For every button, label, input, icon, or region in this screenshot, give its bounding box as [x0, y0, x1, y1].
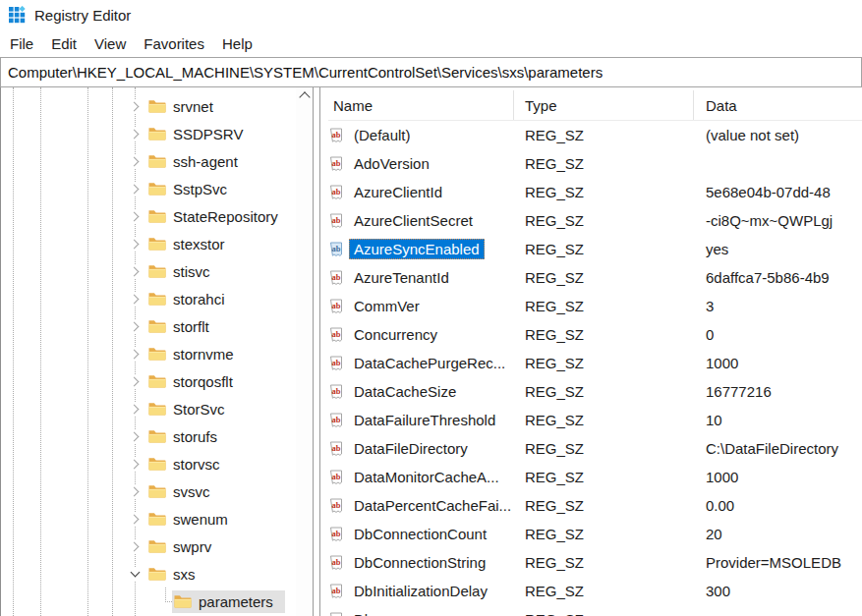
svg-text:ab: ab [332, 414, 341, 423]
string-value-icon: ab [328, 527, 344, 542]
registry-value-row-adoversion[interactable]: ab ab AdoVersion REG_SZ [328, 149, 862, 178]
column-header-data[interactable]: Data [694, 90, 862, 120]
tree-item-stexstor[interactable]: stexstor [1, 230, 296, 257]
folder-icon [148, 429, 166, 443]
tree-item-label: storahci [173, 291, 225, 308]
string-value-icon: ab [328, 299, 344, 314]
expand-chevron-icon[interactable] [129, 374, 142, 389]
tree-item-stisvc[interactable]: stisvc [1, 257, 296, 285]
expand-chevron-icon[interactable] [129, 484, 142, 499]
expand-chevron-icon[interactable] [129, 512, 142, 527]
tree-item-stornvme[interactable]: stornvme [1, 340, 296, 367]
value-name-cell: ab ab DbConnectionString [328, 552, 514, 573]
column-header-type[interactable]: Type [514, 90, 694, 120]
expand-chevron-icon[interactable] [129, 402, 142, 417]
tree-item-storahci[interactable]: storahci [1, 285, 296, 312]
tree-item-label: SstpSvc [173, 181, 227, 197]
svg-text:ab: ab [332, 471, 341, 480]
tree-item-svsvc[interactable]: svsvc [1, 477, 296, 505]
registry-value-row-datamonitorcachea-[interactable]: ab ab DataMonitorCacheA... REG_SZ 1000 [328, 463, 862, 491]
value-type: REG_SZ [514, 469, 694, 485]
tree-node: storvsc [146, 453, 232, 476]
registry-editor-window: Registry Editor FileEditViewFavoritesHel… [0, 0, 862, 616]
registry-value-row-azureclientsecret[interactable]: ab ab AzureClientSecret REG_SZ -ci8Q~mx~… [328, 206, 862, 235]
value-data: Provider=MSOLEDB [694, 554, 862, 571]
registry-value-row-dbinitializationdelay[interactable]: ab ab DbInitializationDelay REG_SZ 300 [328, 577, 862, 605]
value-name-cell: ab ab Concurrency [328, 324, 514, 345]
registry-values-pane: Name Type Data ab ab (Default) REG_SZ (v… [319, 87, 862, 616]
tree-item-parameters[interactable]: parameters [1, 588, 296, 615]
folder-icon [148, 237, 166, 251]
expand-chevron-icon[interactable] [129, 429, 142, 444]
registry-value-row-datacachesize[interactable]: ab ab DataCacheSize REG_SZ 16777216 [328, 377, 862, 406]
value-data: 0 [694, 326, 862, 343]
tree-item-label: svsvc [173, 483, 210, 500]
expand-chevron-icon[interactable] [129, 182, 142, 196]
tree-scrollbar[interactable] [296, 87, 313, 616]
expand-chevron-icon[interactable] [129, 539, 142, 554]
tree-item-StateRepository[interactable]: StateRepository [1, 202, 296, 230]
registry-value-row-azuretenantid[interactable]: ab ab AzureTenantId REG_SZ 6daffca7-5b86… [328, 263, 862, 292]
registry-value-row-concurrency[interactable]: ab ab Concurrency REG_SZ 0 [328, 320, 862, 349]
value-type: REG_SZ [514, 583, 694, 599]
expand-chevron-icon[interactable] [129, 237, 142, 252]
value-name-cell: ab ab DataCachePurgeRec... [328, 353, 514, 373]
registry-value-row-datafailurethreshold[interactable]: ab ab DataFailureThreshold REG_SZ 10 [328, 406, 862, 434]
expand-chevron-icon[interactable] [129, 209, 142, 224]
menu-edit[interactable]: Edit [42, 31, 86, 56]
expand-chevron-icon[interactable] [129, 457, 142, 472]
expand-chevron-icon[interactable] [129, 264, 142, 279]
value-type: REG_SZ [514, 212, 694, 229]
tree-item-storqosflt[interactable]: storqosflt [1, 367, 296, 395]
window-title: Registry Editor [34, 7, 131, 24]
tree-item-sxs[interactable]: sxs [1, 560, 296, 588]
registry-value-row-datacachepurgerec-[interactable]: ab ab DataCachePurgeRec... REG_SZ 1000 [328, 349, 862, 377]
expand-chevron-icon[interactable] [129, 319, 142, 334]
registry-value-row-dbconnectionstring[interactable]: ab ab DbConnectionString REG_SZ Provider… [328, 548, 862, 577]
tree-items: srvnet SSDPSRV ssh-agent [1, 92, 296, 615]
address-input[interactable] [1, 58, 861, 86]
expand-chevron-icon[interactable] [129, 567, 142, 582]
value-data: 6daffca7-5b86-4b9 [694, 269, 862, 286]
scroll-up-button[interactable] [296, 87, 313, 104]
value-type: REG_SZ [514, 269, 694, 286]
registry-value-row-azuresyncenabled[interactable]: ab ab AzureSyncEnabled REG_SZ yes [328, 235, 862, 263]
column-header-name[interactable]: Name [328, 90, 514, 120]
tree-item-SstpSvc[interactable]: SstpSvc [1, 175, 296, 202]
expand-chevron-icon[interactable] [129, 127, 142, 141]
expand-chevron-icon[interactable] [129, 292, 142, 307]
tree-item-srvnet[interactable]: srvnet [1, 92, 296, 120]
expand-chevron-icon[interactable] [129, 99, 142, 114]
tree-item-storvsc[interactable]: storvsc [1, 450, 296, 477]
registry-value-row-dbconnectioncount[interactable]: ab ab DbConnectionCount REG_SZ 20 [328, 520, 862, 548]
value-data: yes [694, 241, 862, 257]
value-data: 16777216 [694, 383, 862, 400]
registry-value-row-commver[interactable]: ab ab CommVer REG_SZ 3 [328, 292, 862, 320]
tree-item-swprv[interactable]: swprv [1, 532, 296, 560]
menu-favorites[interactable]: Favorites [135, 31, 213, 56]
registry-value-row-db[interactable]: ab ab Db REG_SZ [328, 605, 862, 616]
menu-help[interactable]: Help [213, 31, 261, 56]
registry-value-row-datafiledirectory[interactable]: ab ab DataFileDirectory REG_SZ C:\DataFi… [328, 434, 862, 463]
svg-text:ab: ab [332, 442, 341, 452]
menu-view[interactable]: View [86, 31, 135, 56]
tree-item-SSDPSRV[interactable]: SSDPSRV [1, 120, 296, 147]
value-name-cell: ab ab DataFileDirectory [328, 438, 514, 459]
tree-item-storufs[interactable]: storufs [1, 422, 296, 450]
tree-item-label: storflt [173, 318, 209, 335]
menu-file[interactable]: File [1, 31, 42, 56]
value-name: (Default) [349, 125, 416, 145]
value-name: CommVer [349, 296, 425, 316]
registry-value-row-datapercentcachefai-[interactable]: ab ab DataPercentCacheFai... REG_SZ 0.00 [328, 491, 862, 520]
tree-item-storflt[interactable]: storflt [1, 312, 296, 340]
tree-item-ssh-agent[interactable]: ssh-agent [1, 147, 296, 175]
tree-item-StorSvc[interactable]: StorSvc [1, 395, 296, 422]
value-name-cell: ab ab DbConnectionCount [328, 524, 514, 544]
value-name: AdoVersion [349, 153, 434, 174]
registry-value-row-azureclientid[interactable]: ab ab AzureClientId REG_SZ 5e68e04b-07dd… [328, 178, 862, 206]
expand-chevron-icon[interactable] [129, 347, 142, 362]
registry-value-row--default-[interactable]: ab ab (Default) REG_SZ (value not set) [328, 121, 862, 149]
tree-item-swenum[interactable]: swenum [1, 505, 296, 532]
string-value-icon: ab [328, 413, 344, 428]
expand-chevron-icon[interactable] [129, 154, 142, 169]
